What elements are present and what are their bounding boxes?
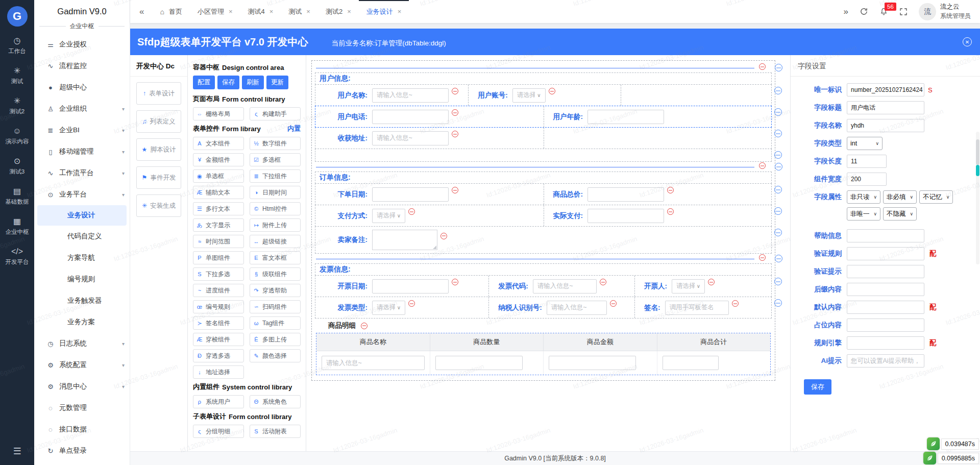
sidebar-item[interactable]: 业务方案 ▾: [34, 311, 130, 333]
form-control-button[interactable]: ≈ 时间范围: [193, 235, 244, 248]
remove-field-icon[interactable]: [667, 208, 674, 215]
tab-item[interactable]: ⌂ 测试 ×: [281, 0, 318, 23]
form-row[interactable]: 开票日期: 发票代码: 请输入信息~ 开票人: 请选择∨: [315, 275, 772, 297]
default-content-input[interactable]: [847, 301, 924, 314]
form-control-button[interactable]: ↓ 地址选择: [193, 365, 244, 379]
rail-item[interactable]: ⊙ 测试3: [0, 156, 34, 176]
field-attr-select[interactable]: 不隐藏∨: [883, 207, 917, 221]
field-attr-select[interactable]: 非只读∨: [847, 190, 880, 204]
refresh-icon[interactable]: [860, 7, 868, 16]
form-control-button[interactable]: ↦ 附件上传: [250, 218, 301, 232]
form-control-button[interactable]: ☰ 多行文本: [193, 202, 244, 215]
invoice-code-input[interactable]: 请输入信息~: [533, 279, 597, 293]
form-control-button[interactable]: ¥ 金额组件: [193, 153, 244, 166]
fullscreen-icon[interactable]: [899, 8, 908, 16]
form-control-button[interactable]: ~ 进度组件: [193, 284, 244, 297]
sidebar-collapse-icon[interactable]: ☰: [0, 446, 34, 457]
scrollbar-thumb-accent[interactable]: [976, 165, 979, 176]
field-length-input[interactable]: 11: [847, 155, 887, 168]
rail-item[interactable]: ✳ 测试2: [0, 96, 34, 115]
collapse-row-icon[interactable]: [774, 207, 782, 215]
close-tab-icon[interactable]: ×: [229, 8, 233, 15]
form-control-button[interactable]: ✎ 颜色选择: [250, 349, 301, 362]
detail-total-input[interactable]: [663, 356, 719, 370]
action-button[interactable]: 更新: [266, 76, 288, 89]
form-control-button[interactable]: ↷ 穿透帮助: [250, 284, 301, 297]
form-control-button[interactable]: A 文本组件: [193, 137, 244, 150]
system-control-button[interactable]: Θ 系统角色: [250, 395, 301, 408]
validate-rule-input[interactable]: [847, 247, 924, 260]
sidebar-item[interactable]: 方案导航 ▾: [34, 247, 130, 268]
seller-note-textarea[interactable]: [372, 230, 437, 250]
close-icon[interactable]: ✕: [963, 37, 972, 46]
form-row[interactable]: 支付方式: 请选择∨ 实际支付:: [315, 205, 772, 227]
rail-item[interactable]: ▦ 企业中枢: [0, 216, 34, 236]
field-title-input[interactable]: 用户电话: [847, 101, 924, 114]
action-button[interactable]: 刷新: [242, 76, 264, 89]
remove-field-icon[interactable]: [708, 279, 715, 285]
tab-item[interactable]: ⌂ 小区管理 ×: [190, 0, 240, 23]
collapse-row-icon[interactable]: [774, 108, 782, 116]
user-menu[interactable]: 流 流之云 系统管理员: [919, 3, 971, 20]
form-control-button[interactable]: § 级联组件: [250, 267, 301, 281]
ai-tip-input[interactable]: 您可以设置Ai提示帮助，将: [847, 354, 924, 368]
form-row[interactable]: 收获地址: 请输入信息~: [315, 127, 772, 149]
sidebar-item[interactable]: ≣ 企业BI ▾: [34, 119, 130, 141]
section-row[interactable]: 订单信息:: [315, 172, 772, 184]
form-row[interactable]: 发票类型: 请选择∨ 纳税人识别号: 请输入信息~ 签名: 调用手写板签名: [315, 297, 772, 319]
form-row[interactable]: 用户名称: 请输入信息~ 用户账号: 请选择∨: [315, 84, 772, 106]
form-control-button[interactable]: ½ 数字组件: [250, 137, 301, 150]
sidebar-item[interactable]: ⚙ 消息中心 ▾: [34, 376, 130, 397]
actual-pay-input[interactable]: [587, 209, 664, 223]
component-width-input[interactable]: 200: [847, 173, 887, 186]
remove-field-icon[interactable]: [600, 279, 606, 285]
remove-subtable-icon[interactable]: [361, 323, 368, 329]
dev-center-button[interactable]: ♫ 列表定义: [136, 110, 181, 133]
detail-amount-input[interactable]: [549, 356, 636, 370]
form-control-button[interactable]: ◉ 单选框: [193, 169, 244, 183]
form-control-button[interactable]: œ 编号规则: [193, 300, 244, 313]
remove-field-icon[interactable]: [408, 208, 415, 215]
sidebar-item[interactable]: ⚌ 企业授权 ▾: [34, 34, 130, 55]
sidebar-item[interactable]: ♙ 企业组织 ▾: [34, 98, 130, 119]
rule-engine-input[interactable]: [847, 336, 924, 350]
dev-center-button[interactable]: ↑ 表单设计: [136, 82, 181, 105]
collapse-row-icon[interactable]: [774, 299, 782, 307]
form-control-button[interactable]: E 富文本框: [250, 251, 301, 264]
unique-id-input[interactable]: number_20251027162424: [847, 83, 924, 96]
sidebar-item[interactable]: 业务触发器 ▾: [34, 290, 130, 311]
system-control-button[interactable]: ρ 系统用户: [193, 395, 244, 408]
form-control-button[interactable]: ≻ 签名组件: [193, 316, 244, 330]
total-price-input[interactable]: [587, 187, 664, 202]
remove-field-icon[interactable]: [452, 109, 458, 116]
field-attr-select[interactable]: 非唯一∨: [847, 207, 880, 221]
form-row[interactable]: 下单日期: 商品总价:: [315, 183, 772, 205]
invoice-person-select[interactable]: 请选择∨: [672, 279, 705, 293]
sidebar-item[interactable]: ∿ 流程监控 ▾: [34, 55, 130, 77]
dev-center-button[interactable]: ⚑ 事件开发: [136, 166, 181, 189]
sidebar-item[interactable]: ↻ 单点登录 ▾: [34, 440, 130, 461]
close-tab-icon[interactable]: ×: [347, 8, 351, 15]
sidebar-item[interactable]: ⚙ 系统配置 ▾: [34, 354, 130, 376]
remove-divider-icon[interactable]: [759, 254, 766, 261]
sidebar-item[interactable]: ◌ 接口数据 ▾: [34, 419, 130, 440]
collapse-row-icon[interactable]: [774, 130, 782, 137]
field-type-select[interactable]: int∨: [847, 137, 883, 150]
field-attr-select[interactable]: 非必填∨: [883, 190, 917, 204]
dev-center-button[interactable]: ★ 脚本设计: [136, 138, 181, 161]
rail-item[interactable]: ☺ 演示内容: [0, 126, 34, 145]
form-control-button[interactable]: ◑ 日期时间: [250, 186, 301, 199]
order-date-input[interactable]: [372, 187, 449, 202]
layout-control-button[interactable]: ς 构建助手: [250, 107, 301, 120]
collapse-row-icon[interactable]: [774, 229, 782, 236]
sidebar-item[interactable]: ◷ 日志系统 ▾: [34, 333, 130, 354]
user-account-select[interactable]: 请选择∨: [512, 88, 546, 103]
notifications-bell-icon[interactable]: 56: [879, 7, 888, 16]
remove-field-icon[interactable]: [440, 233, 447, 239]
subform-control-button[interactable]: ς 分组明细: [193, 425, 244, 438]
tab-item[interactable]: ⌂ 测试2 ×: [318, 0, 359, 23]
remove-field-icon[interactable]: [452, 131, 458, 137]
sidebar-item[interactable]: ∿ 工作流平台 ▾: [34, 162, 130, 184]
detail-qty-input[interactable]: [435, 356, 523, 370]
remove-divider-icon[interactable]: [759, 63, 766, 70]
